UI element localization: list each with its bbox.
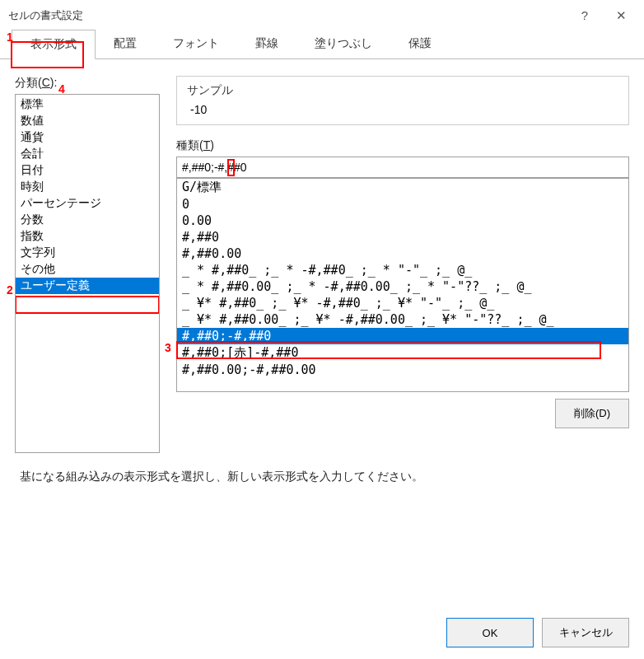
sample-value: -10 <box>187 103 618 116</box>
annotation-box-2 <box>15 296 160 314</box>
category-item-custom[interactable]: ユーザー定義 <box>16 278 159 294</box>
annotation-number-2: 2 <box>7 283 13 297</box>
category-item[interactable]: 指数 <box>16 228 159 245</box>
category-label: 分類(C): <box>15 76 160 91</box>
cancel-button[interactable]: キャンセル <box>542 618 629 647</box>
tab-label: フォント <box>173 36 219 49</box>
titlebar-buttons: ? ✕ <box>576 8 629 23</box>
category-item[interactable]: 時刻 <box>16 179 159 195</box>
type-item[interactable]: G/標準 <box>177 179 628 196</box>
sample-label: サンプル <box>187 83 618 98</box>
tab-label: 表示形式 <box>30 37 77 50</box>
annotation-number-4: 4 <box>58 82 65 96</box>
category-item[interactable]: パーセンテージ <box>16 195 159 212</box>
delete-button[interactable]: 削除(D) <box>555 399 629 428</box>
format-description: 基になる組み込みの表示形式を選択し、新しい表示形式を入力してください。 <box>0 461 644 484</box>
tab-font[interactable]: フォント <box>155 30 237 59</box>
close-icon[interactable]: ✕ <box>613 8 629 23</box>
type-input[interactable] <box>176 157 629 178</box>
help-icon[interactable]: ? <box>576 8 593 23</box>
type-list-wrap: 3 G/標準 0 0.00 #,##0 #,##0.00 _ * #,##0_ … <box>176 178 629 392</box>
category-item[interactable]: 通貨 <box>16 129 159 146</box>
tab-label: 塗りつぶし <box>315 36 372 49</box>
category-item[interactable]: 標準 <box>16 96 159 113</box>
sample-group: サンプル -10 <box>176 76 629 125</box>
category-item[interactable]: その他 <box>16 261 159 278</box>
delete-row: 削除(D) <box>176 399 629 428</box>
tab-label: 保護 <box>408 36 432 49</box>
format-panel: サンプル -10 種類(T) 4 3 G/標準 0 0.00 #,##0 #,#… <box>176 76 629 453</box>
type-item[interactable]: 0 <box>177 196 628 213</box>
ok-button[interactable]: OK <box>446 618 534 647</box>
type-item[interactable]: _ ¥* #,##0_ ;_ ¥* -#,##0_ ;_ ¥* "-"_ ;_ … <box>177 295 628 311</box>
type-listbox[interactable]: G/標準 0 0.00 #,##0 #,##0.00 _ * #,##0_ ;_… <box>176 178 629 392</box>
tab-number-format[interactable]: 表示形式 <box>12 30 96 59</box>
type-item[interactable]: #,##0 <box>177 229 628 245</box>
annotation-number-1: 1 <box>7 30 13 44</box>
category-item[interactable]: 数値 <box>16 113 159 129</box>
tab-protection[interactable]: 保護 <box>390 30 450 59</box>
dialog-body: 分類(C): 2 標準 数値 通貨 会計 日付 時刻 パーセンテージ 分数 指数… <box>0 59 644 461</box>
category-listbox-inner: 標準 数値 通貨 会計 日付 時刻 パーセンテージ 分数 指数 文字列 その他 … <box>16 95 159 296</box>
type-item[interactable]: #,##0;[赤]-#,##0 <box>177 344 628 362</box>
type-item-selected[interactable]: #,##0;-#,##0 <box>177 328 628 344</box>
dialog-footer: OK キャンセル <box>446 618 629 647</box>
tab-strip: 表示形式 配置 フォント 罫線 塗りつぶし 保護 <box>0 30 644 59</box>
type-item[interactable]: 0.00 <box>177 213 628 229</box>
annotation-number-3: 3 <box>165 341 171 354</box>
tab-alignment[interactable]: 配置 <box>96 30 155 59</box>
category-panel: 分類(C): 2 標準 数値 通貨 会計 日付 時刻 パーセンテージ 分数 指数… <box>15 76 160 453</box>
type-item[interactable]: _ ¥* #,##0.00_ ;_ ¥* -#,##0.00_ ;_ ¥* "-… <box>177 311 628 328</box>
tab-fill[interactable]: 塗りつぶし <box>296 30 390 59</box>
type-item[interactable]: #,##0.00;-#,##0.00 <box>177 362 628 378</box>
dialog-title: セルの書式設定 <box>8 8 576 23</box>
category-listbox[interactable]: 標準 数値 通貨 会計 日付 時刻 パーセンテージ 分数 指数 文字列 その他 … <box>15 94 160 453</box>
tab-border[interactable]: 罫線 <box>237 30 296 59</box>
type-item[interactable]: _ * #,##0_ ;_ * -#,##0_ ;_ * "-"_ ;_ @_ <box>177 262 628 278</box>
category-item[interactable]: 文字列 <box>16 245 159 261</box>
category-item[interactable]: 分数 <box>16 212 159 228</box>
tab-label: 配置 <box>114 36 137 49</box>
type-item[interactable]: #,##0.00 <box>177 245 628 262</box>
tab-label: 罫線 <box>255 36 278 49</box>
titlebar: セルの書式設定 ? ✕ <box>0 0 644 30</box>
type-item[interactable]: _ * #,##0.00_ ;_ * -#,##0.00_ ;_ * "-"??… <box>177 278 628 295</box>
category-item[interactable]: 日付 <box>16 162 159 179</box>
type-input-wrap <box>176 157 629 178</box>
category-item[interactable]: 会計 <box>16 146 159 162</box>
type-label: 種類(T) <box>176 138 629 153</box>
